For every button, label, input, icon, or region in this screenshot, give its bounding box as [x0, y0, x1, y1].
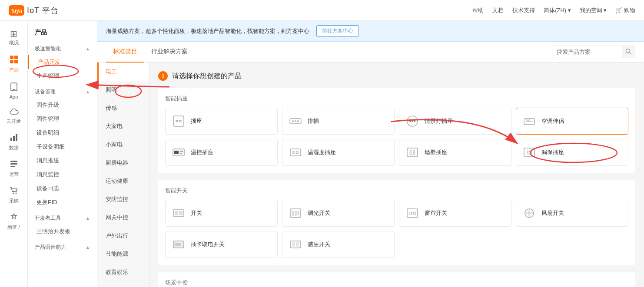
wall-socket-icon: [405, 145, 420, 160]
svg-point-27: [414, 120, 415, 122]
msg-push-link[interactable]: 消息推送: [28, 154, 97, 168]
svg-point-56: [409, 212, 412, 214]
power-strip-icon: [288, 113, 303, 129]
svg-rect-64: [292, 242, 295, 247]
msg-monitor-link[interactable]: 消息监控: [28, 168, 97, 181]
svg-text:tuya: tuya: [11, 8, 22, 14]
scene-control-title: 场景中控: [165, 279, 628, 287]
help-link[interactable]: 帮助: [472, 7, 484, 14]
smart-switch-grid-2: 插卡取电开关 感应开关: [165, 231, 628, 258]
product-card-scene-socket[interactable]: 情景灯插座: [399, 108, 511, 135]
sidebar-item-value[interactable]: 增值 /: [0, 208, 27, 235]
card-switch-icon: [171, 237, 186, 252]
section-voice-header[interactable]: 产品语音能力 ▲: [28, 241, 97, 254]
sidebar-item-purchase[interactable]: 采购: [0, 182, 27, 208]
category-security[interactable]: 安防监控: [97, 190, 149, 208]
device-log-link[interactable]: 设备日志: [28, 181, 97, 195]
product-card-power-strip[interactable]: 排插: [282, 108, 395, 135]
svg-rect-53: [295, 211, 297, 216]
banner-text: 海量成熟方案，超多个性化面板，极速落地产品智能化，找智能方案，到方案中心: [106, 27, 309, 35]
svg-rect-6: [13, 89, 15, 90]
search-box: [552, 46, 635, 58]
device-detail-link[interactable]: 设备明细: [28, 126, 97, 140]
section-device-header[interactable]: 设备管理 ▲: [28, 86, 97, 98]
section-device-arrow: ▲: [86, 89, 90, 94]
card-switch-label: 插卡取电开关: [191, 241, 225, 248]
section-voice-label: 产品语音能力: [35, 244, 66, 251]
search-icon[interactable]: [622, 46, 635, 58]
section-smart-header[interactable]: 极速智能化 ▲: [28, 43, 97, 55]
sidebar-item-overview[interactable]: ⊞ 概况: [0, 25, 27, 50]
docs-link[interactable]: 文档: [492, 7, 504, 14]
sidebar-item-operation[interactable]: 运营: [0, 155, 27, 182]
category-electrical[interactable]: 电工: [97, 63, 149, 81]
category-education[interactable]: 教育娱乐: [97, 263, 149, 281]
svg-point-57: [413, 212, 416, 214]
product-card-sensor-switch[interactable]: 感应开关: [282, 231, 395, 258]
product-card-fan-switch[interactable]: 风扇开关: [516, 200, 628, 227]
sidebar-item-cloud[interactable]: 云开发: [0, 104, 27, 129]
support-link[interactable]: 技术支持: [512, 7, 535, 14]
firmware-mgmt-link[interactable]: 固件管理: [28, 112, 97, 126]
section-devtool-header[interactable]: 开发者工具 ▲: [28, 212, 97, 224]
product-card-ac[interactable]: 空调伴侣: [516, 108, 628, 135]
section-device: 设备管理 ▲ 固件升级 固件管理 设备明细 子设备明细 消息推送 消息监控 设备…: [28, 86, 97, 209]
svg-point-14: [15, 193, 17, 194]
product-card-curtain[interactable]: 窗帘开关: [399, 200, 511, 227]
tab-industry[interactable]: 行业解决方案: [144, 42, 195, 63]
data-icon: [10, 133, 18, 143]
cart-button[interactable]: 🛒 购物: [615, 7, 635, 14]
svg-rect-39: [407, 148, 418, 157]
firmware-upgrade-link[interactable]: 固件升级: [28, 98, 97, 112]
lang-switch[interactable]: 简体(ZH) ▾: [544, 7, 571, 14]
nav-right: 帮助 文档 技术支持 简体(ZH) ▾ 我的空间 ▾ 🛒 购物: [472, 7, 635, 14]
product-card-wall-socket[interactable]: 墙壁插座: [399, 139, 511, 166]
sidebar-item-product[interactable]: 产品: [0, 50, 27, 78]
sandwich-board-link[interactable]: 三明治开发板: [28, 224, 97, 238]
production-mgmt-link[interactable]: 生产管理: [28, 69, 97, 83]
sidebar-item-app[interactable]: App: [0, 78, 27, 104]
step1-badge: 1: [158, 71, 168, 81]
category-small-appliance[interactable]: 小家电: [97, 135, 149, 154]
purchase-icon: [10, 186, 18, 196]
svg-point-31: [529, 120, 530, 121]
product-card-switch[interactable]: 开关: [165, 200, 278, 227]
svg-point-38: [296, 152, 299, 154]
product-card-socket[interactable]: 插座: [165, 108, 278, 135]
product-dev-link[interactable]: 产品开发: [28, 55, 97, 69]
change-pid-link[interactable]: 更换PID: [28, 195, 97, 209]
banner-button[interactable]: 前往方案中心: [316, 25, 359, 37]
nav-left: tuya IoT 平台: [9, 5, 59, 16]
sidebar-item-label-app: App: [10, 94, 18, 99]
search-input[interactable]: [552, 46, 622, 57]
product-card-dimmer[interactable]: 调光开关: [282, 200, 395, 227]
logo[interactable]: tuya IoT 平台: [9, 5, 59, 16]
category-outdoor[interactable]: 户外出行: [97, 227, 149, 245]
category-lighting[interactable]: 照明: [97, 81, 149, 99]
content-wrapper: 电工 照明 传感 大家电 小家电 厨房电器 运动健康 安防监控 网关中控 户外出…: [97, 63, 644, 287]
sidebar-item-label-data: 数据: [9, 145, 19, 151]
product-card-temp-socket[interactable]: 温控插座: [165, 139, 278, 166]
sidebar-item-data[interactable]: 数据: [0, 129, 27, 155]
operation-icon: [10, 160, 18, 170]
category-gateway[interactable]: 网关中控: [97, 208, 149, 227]
svg-rect-63: [290, 241, 301, 248]
section-smart-arrow: ▲: [86, 46, 90, 51]
svg-rect-36: [290, 149, 301, 156]
product-card-leakage-socket[interactable]: 漏保插座: [516, 139, 628, 166]
category-large-appliance[interactable]: 大家电: [97, 117, 149, 135]
my-space[interactable]: 我的空间 ▾: [580, 7, 607, 14]
tab-standard[interactable]: 标准类目: [106, 42, 144, 63]
svg-rect-17: [173, 116, 184, 126]
power-strip-label: 排插: [308, 117, 319, 125]
category-sensor[interactable]: 传感: [97, 99, 149, 117]
category-energy[interactable]: 节能能源: [97, 245, 149, 263]
category-sports-health[interactable]: 运动健康: [97, 172, 149, 190]
tabs-bar: 标准类目 行业解决方案: [97, 42, 644, 63]
smart-switch-section: 智能开关 开关: [158, 180, 635, 265]
scene-socket-label: 情景灯插座: [425, 117, 453, 125]
sub-device-link[interactable]: 子设备明细: [28, 140, 97, 154]
product-card-temp-hum-socket[interactable]: 温湿度插座: [282, 139, 395, 166]
category-kitchen[interactable]: 厨房电器: [97, 154, 149, 172]
product-card-card-switch[interactable]: 插卡取电开关: [165, 231, 278, 258]
